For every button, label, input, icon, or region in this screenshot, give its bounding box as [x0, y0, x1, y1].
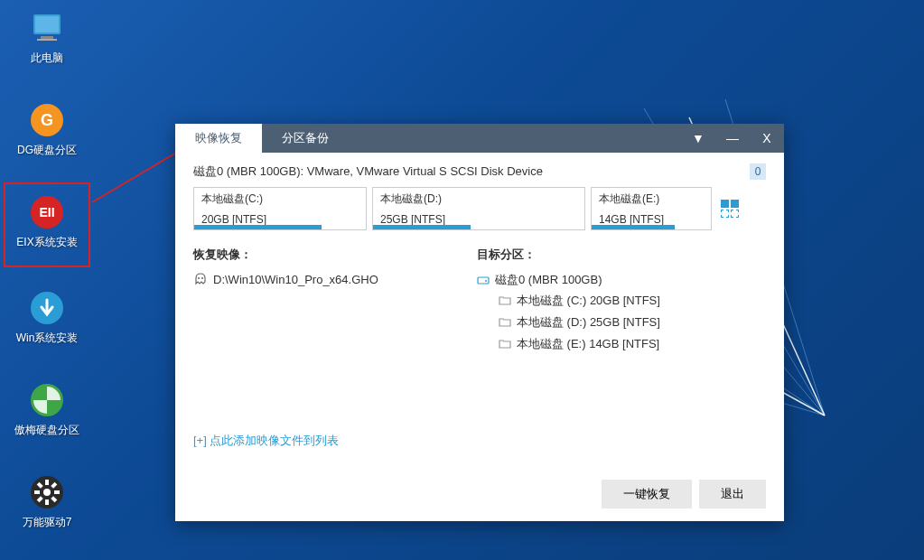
partition-fill — [194, 225, 322, 229]
one-click-restore-button[interactable]: 一键恢复 — [602, 480, 692, 509]
desktop-icon-dg[interactable]: G DG硬盘分区 — [13, 101, 81, 158]
svg-rect-22 — [54, 490, 60, 494]
image-file-path: D:\Win10\Win10_Pro_x64.GHO — [213, 273, 378, 286]
target-partition-heading: 目标分区： — [477, 247, 766, 263]
folder-icon — [499, 295, 511, 306]
minimize-button[interactable]: — — [715, 131, 750, 145]
svg-point-28 — [198, 277, 200, 279]
svg-rect-30 — [478, 277, 489, 284]
disk-icon — [477, 274, 490, 286]
partition-fill — [373, 225, 471, 229]
layout-toggle-icon[interactable] — [721, 187, 739, 230]
close-button[interactable]: X — [750, 131, 784, 145]
svg-rect-8 — [35, 16, 59, 33]
desktop-icon-this-pc[interactable]: 此电脑 — [13, 9, 81, 66]
desktop-icon-label: EIX系统安装 — [13, 235, 81, 250]
ghost-icon — [193, 272, 208, 286]
partition-e[interactable]: 本地磁盘(E:) 14GB [NTFS] — [591, 187, 712, 230]
disk-index-badge[interactable]: 0 — [750, 163, 766, 180]
partition-label: 本地磁盘(E:) — [599, 191, 704, 207]
desktop-icon-label: 此电脑 — [13, 51, 81, 66]
svg-point-31 — [485, 280, 487, 282]
add-image-link[interactable]: [+] 点此添加映像文件到列表 — [193, 433, 339, 449]
svg-point-18 — [43, 489, 51, 496]
exit-button[interactable]: 退出 — [699, 480, 766, 509]
image-file-item[interactable]: D:\Win10\Win10_Pro_x64.GHO — [193, 270, 455, 288]
tree-item-label: 本地磁盘 (C:) 20GB [NTFS] — [517, 293, 660, 309]
tree-item-label: 本地磁盘 (E:) 14GB [NTFS] — [517, 336, 659, 352]
tab-image-restore[interactable]: 映像恢复 — [175, 124, 262, 153]
dg-icon: G — [28, 101, 66, 139]
folder-icon — [499, 317, 511, 328]
svg-rect-10 — [37, 39, 57, 41]
partition-size: 20GB [NTFS] — [201, 213, 359, 226]
tree-item-label: 本地磁盘 (D:) 25GB [NTFS] — [517, 314, 660, 331]
partition-label: 本地磁盘(D:) — [380, 191, 577, 207]
partition-d[interactable]: 本地磁盘(D:) 25GB [NTFS] — [372, 187, 585, 230]
svg-point-29 — [201, 277, 203, 279]
eix-icon: EII — [28, 193, 66, 231]
desktop-icon-label: 万能驱动7 — [13, 515, 81, 530]
desktop-icon-label: Win系统安装 — [13, 331, 81, 346]
aomei-icon — [28, 381, 66, 419]
win-install-icon — [28, 289, 66, 327]
svg-rect-21 — [34, 490, 40, 494]
partition-label: 本地磁盘(C:) — [201, 191, 359, 207]
eix-app-window: 映像恢复 分区备份 ▼ — X 磁盘0 (MBR 100GB): VMware,… — [175, 124, 784, 521]
svg-rect-9 — [41, 36, 53, 39]
target-partition-pane: 目标分区： 磁盘0 (MBR 100GB) 本地磁盘 (C:) 20GB [NT… — [477, 247, 766, 449]
desktop-icon-label: DG硬盘分区 — [13, 143, 81, 158]
tree-disk-root[interactable]: 磁盘0 (MBR 100GB) — [477, 270, 766, 290]
partition-bar: 本地磁盘(C:) 20GB [NTFS] 本地磁盘(D:) 25GB [NTFS… — [193, 187, 766, 230]
svg-text:G: G — [41, 111, 53, 129]
tree-partition-c[interactable]: 本地磁盘 (C:) 20GB [NTFS] — [499, 290, 766, 312]
desktop-icon-eix[interactable]: EII EIX系统安装 — [13, 193, 81, 250]
tab-partition-backup[interactable]: 分区备份 — [262, 124, 349, 153]
titlebar: 映像恢复 分区备份 ▼ — X — [175, 124, 784, 153]
tree-root-label: 磁盘0 (MBR 100GB) — [495, 272, 602, 288]
svg-rect-19 — [45, 480, 49, 485]
partition-c[interactable]: 本地磁盘(C:) 20GB [NTFS] — [193, 187, 367, 230]
pc-icon — [28, 9, 66, 47]
desktop-icon-aomei[interactable]: 傲梅硬盘分区 — [13, 381, 81, 438]
dropdown-button[interactable]: ▼ — [681, 131, 715, 145]
folder-icon — [499, 339, 511, 350]
desktop-icon-label: 傲梅硬盘分区 — [13, 423, 81, 438]
partition-size: 25GB [NTFS] — [380, 213, 577, 226]
svg-text:EII: EII — [39, 205, 54, 219]
partition-size: 14GB [NTFS] — [599, 213, 704, 226]
disk-title: 磁盘0 (MBR 100GB): VMware, VMware Virtual … — [193, 163, 543, 180]
desktop-icon-driver[interactable]: 万能驱动7 — [13, 473, 81, 530]
tree-partition-e[interactable]: 本地磁盘 (E:) 14GB [NTFS] — [499, 333, 766, 355]
restore-image-pane: 恢复映像： D:\Win10\Win10_Pro_x64.GHO [+] 点此添… — [193, 247, 455, 449]
gear-icon — [28, 473, 66, 511]
tree-partition-d[interactable]: 本地磁盘 (D:) 25GB [NTFS] — [499, 312, 766, 333]
desktop-icon-win[interactable]: Win系统安装 — [13, 289, 81, 346]
svg-rect-20 — [45, 499, 49, 505]
restore-image-heading: 恢复映像： — [193, 247, 455, 263]
partition-fill — [592, 225, 675, 229]
